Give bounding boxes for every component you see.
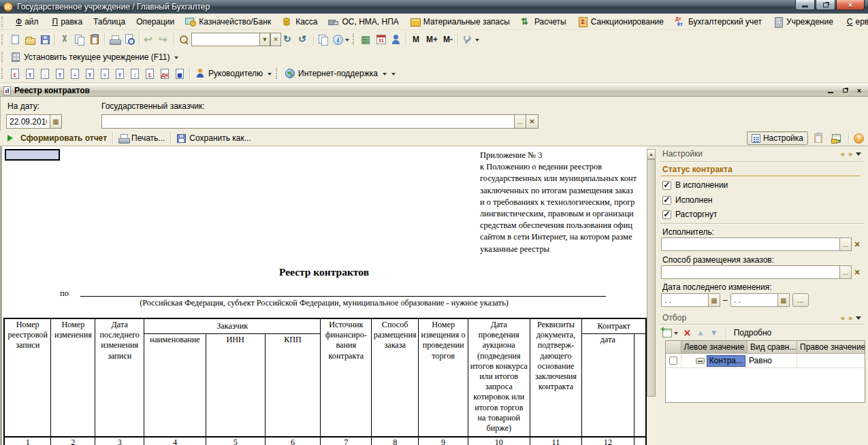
status-terminated-row[interactable]: Расторгнут xyxy=(662,210,718,219)
calendar-button[interactable] xyxy=(374,32,389,47)
checkbox-unchecked-icon[interactable] xyxy=(669,357,677,365)
report-button-9[interactable]: ↕ xyxy=(127,66,142,81)
menu-edit[interactable]: Правка xyxy=(44,15,89,29)
restore-values-button[interactable] xyxy=(811,131,826,146)
move-up-button[interactable]: ▲ xyxy=(696,328,705,337)
toolbar-grip[interactable] xyxy=(276,68,280,79)
back-button[interactable] xyxy=(142,32,157,47)
menu-cash[interactable]: Касса xyxy=(276,14,323,29)
toolbar-grip[interactable] xyxy=(1,52,6,63)
collapse-chevron-icon[interactable]: « xyxy=(841,314,845,322)
status-in-progress-row[interactable]: В исполнении xyxy=(662,180,728,190)
expand-chevron-icon[interactable]: » xyxy=(848,314,852,322)
report-button-11[interactable]: ДК xyxy=(157,66,172,81)
memory-subtract-button[interactable]: M- xyxy=(440,32,455,47)
child-close-button[interactable]: × xyxy=(854,86,865,95)
calculator-button[interactable] xyxy=(359,32,374,47)
toolbar-overflow-caret-icon[interactable] xyxy=(391,73,396,78)
child-minimize-button[interactable] xyxy=(825,86,836,95)
left-value-cell[interactable]: Контра... xyxy=(681,354,748,367)
report-button-10[interactable]: Σ xyxy=(142,66,157,81)
duplicate-button[interactable] xyxy=(316,32,331,47)
date-input[interactable] xyxy=(6,114,50,129)
search-clear-button[interactable]: ✕ xyxy=(270,33,281,46)
filter-row[interactable]: Контра... Равно xyxy=(666,354,865,368)
save-button[interactable] xyxy=(37,32,52,47)
menu-institution[interactable]: Учреждение xyxy=(767,14,839,29)
report-button-5[interactable]: ≡ xyxy=(67,66,82,81)
detail-button[interactable]: Подробно xyxy=(734,328,772,337)
info-button[interactable] xyxy=(331,32,351,47)
delete-filter-button[interactable]: ✕ xyxy=(684,328,691,338)
compare-kind-cell[interactable]: Равно xyxy=(748,354,797,367)
print-report-button[interactable]: Печать... xyxy=(115,133,168,144)
report-button-4[interactable]: Т xyxy=(52,66,67,81)
new-document-button[interactable] xyxy=(7,32,22,47)
report-button-8[interactable]: Т xyxy=(112,66,127,81)
customer-clear-button[interactable]: ✕ xyxy=(526,114,539,129)
selected-left-value[interactable]: Контра... xyxy=(707,355,745,367)
minimize-button[interactable] xyxy=(795,0,815,10)
close-button[interactable]: × xyxy=(836,0,865,10)
placement-input[interactable] xyxy=(661,265,839,279)
report-button-3[interactable]: ↓ xyxy=(37,66,52,81)
copy-button[interactable] xyxy=(72,32,87,47)
panel-menu-caret-icon[interactable] xyxy=(856,152,861,159)
print-preview-button[interactable] xyxy=(122,32,137,47)
user-button[interactable] xyxy=(389,32,404,47)
report-button-1[interactable]: Σ xyxy=(7,66,22,81)
checkbox-checked-icon[interactable] xyxy=(662,210,671,219)
save-as-button[interactable]: Сохранить как... xyxy=(173,133,254,144)
child-restore-button[interactable] xyxy=(839,86,850,95)
menu-table[interactable]: Таблица xyxy=(88,15,131,29)
settings-toggle-button[interactable]: Настройка xyxy=(747,131,808,145)
placement-ellipsis-button[interactable]: ... xyxy=(839,265,852,279)
find-previous-button[interactable] xyxy=(296,32,311,47)
placement-clear-button[interactable]: ✕ xyxy=(852,265,863,279)
save-values-button[interactable] xyxy=(829,131,843,146)
compare-kind-column-header[interactable]: Вид сравн... xyxy=(748,341,797,354)
date-calendar-button[interactable]: ▦ xyxy=(50,114,62,129)
memory-recall-button[interactable]: M xyxy=(408,32,423,47)
report-sheet[interactable]: Приложение № 3 к Положению о ведении рее… xyxy=(0,146,647,445)
add-filter-button[interactable] xyxy=(662,329,678,337)
checkbox-column-header[interactable] xyxy=(666,341,681,354)
menu-service[interactable]: Сервис xyxy=(839,15,868,29)
filter-enabled-cell[interactable] xyxy=(666,354,681,367)
right-value-cell[interactable] xyxy=(797,354,865,367)
forward-button[interactable] xyxy=(157,32,172,47)
service-settings-button[interactable] xyxy=(460,32,481,47)
print-button[interactable] xyxy=(107,32,122,47)
checkbox-checked-icon[interactable] xyxy=(662,181,671,190)
restore-button[interactable] xyxy=(816,0,835,10)
generate-report-button[interactable]: Сформировать отчет xyxy=(4,133,110,144)
internet-support-button[interactable]: Интернет-поддержка xyxy=(282,67,389,80)
help-button[interactable]: ? xyxy=(854,133,864,144)
status-executed-row[interactable]: Исполнен xyxy=(662,195,712,205)
checkbox-checked-icon[interactable] xyxy=(662,196,671,205)
customer-ellipsis-button[interactable]: ... xyxy=(514,114,526,129)
executor-clear-button[interactable]: ✕ xyxy=(852,237,863,251)
right-value-column-header[interactable]: Правое значение xyxy=(797,341,865,354)
menu-authorization[interactable]: Санкционирование xyxy=(572,14,669,29)
leader-menu-button[interactable]: Руководителю xyxy=(192,67,274,80)
executor-input[interactable] xyxy=(661,237,839,251)
search-dropdown-button[interactable]: ▼ xyxy=(259,33,270,46)
panel-menu-caret-icon[interactable] xyxy=(856,316,861,323)
open-button[interactable] xyxy=(22,32,37,47)
toolbar-grip[interactable] xyxy=(1,68,6,79)
search-input[interactable] xyxy=(191,33,259,46)
date-from-input[interactable] xyxy=(661,293,708,307)
cut-button[interactable] xyxy=(57,32,72,47)
expand-chevron-icon[interactable]: » xyxy=(848,150,852,158)
toolbar-grip[interactable] xyxy=(1,34,6,45)
memory-add-button[interactable]: M+ xyxy=(423,32,440,47)
menu-file[interactable]: Файл xyxy=(7,15,44,29)
report-button-7[interactable]: ≡ xyxy=(97,66,112,81)
menu-fixed-assets[interactable]: ОС, НМА, НПА xyxy=(323,14,404,29)
menu-accounting[interactable]: Бухгалтерский учет xyxy=(669,14,767,29)
collapse-chevron-icon[interactable]: « xyxy=(841,150,845,158)
menu-treasury-bank[interactable]: Казначейство/Банк xyxy=(180,14,276,29)
date-from-calendar-button[interactable]: ▦ xyxy=(708,293,720,307)
paste-button[interactable] xyxy=(87,32,102,47)
